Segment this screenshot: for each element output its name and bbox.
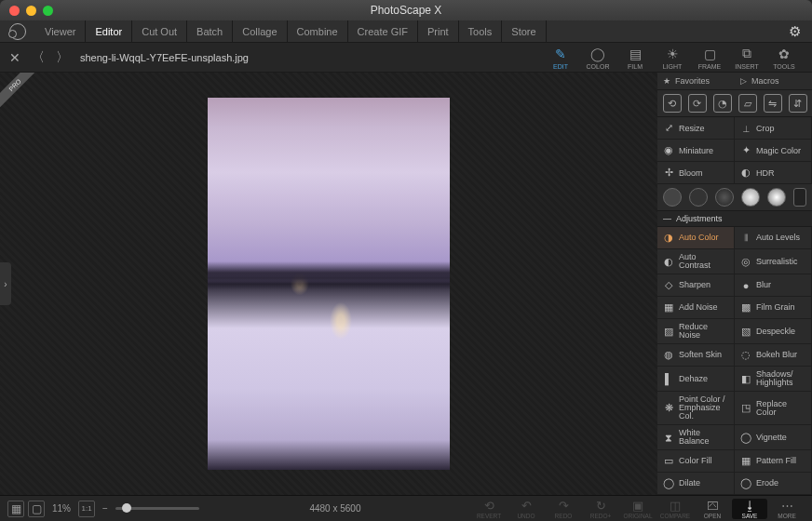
adj-label: Film Grain [756, 303, 795, 312]
replace-color-icon: ◳ [740, 403, 751, 414]
rotate-left-icon[interactable]: ⟲ [663, 94, 682, 113]
zoom-slider[interactable] [115, 507, 199, 510]
point-color-emphasize-col--icon: ❋ [663, 403, 674, 414]
tooltab-edit[interactable]: ✎EDIT [542, 44, 579, 72]
status-compare[interactable]: ◫COMPARE [657, 499, 693, 519]
tab-collage[interactable]: Collage [233, 20, 287, 43]
status-btn-label: ORIGINAL [623, 513, 652, 519]
adj-auto-contrast[interactable]: ◐Auto Contrast [657, 249, 735, 274]
swatch-3[interactable] [715, 188, 734, 207]
status-btn-label: MORE [778, 513, 796, 519]
swatch-5[interactable] [767, 188, 786, 207]
prev-file-icon[interactable]: 〈 [32, 49, 45, 66]
expand-sidebar-handle[interactable]: › [0, 262, 11, 305]
tool-miniature[interactable]: ◉Miniature [657, 140, 735, 162]
adj-replace-color[interactable]: ◳Replace Color [735, 392, 812, 425]
adj-vignette[interactable]: ◯Vignette [735, 425, 812, 450]
film-icon: ▤ [627, 46, 643, 62]
adj-surrealistic[interactable]: ◎Surrealistic [735, 249, 812, 274]
tab-store[interactable]: Store [502, 20, 546, 43]
adj-color-fill[interactable]: ▭Color Fill [657, 450, 735, 473]
adj-pattern-fill[interactable]: ▦Pattern Fill [735, 450, 812, 473]
tooltab-insert[interactable]: ⧉INSERT [728, 44, 765, 72]
status-redo+[interactable]: ↻REDO+ [583, 499, 618, 519]
adj-dilate[interactable]: ◯Dilate [657, 473, 735, 495]
status-open[interactable]: ⮹OPEN [695, 499, 730, 519]
adj-label: Surrealistic [756, 258, 798, 266]
adj-despeckle[interactable]: ▧Despeckle [735, 319, 812, 344]
tool-hdr[interactable]: ◐HDR [735, 162, 812, 184]
magic-color-icon: ✦ [740, 145, 751, 156]
canvas-area[interactable]: › [0, 73, 657, 495]
status-save[interactable]: ⭳SAVE [732, 499, 767, 519]
adj-shadows-highlights[interactable]: ◧Shadows/ Highlights [735, 367, 812, 392]
rotate-right-icon[interactable]: ⟳ [688, 94, 707, 113]
adj-label: Bokeh Blur [756, 351, 797, 359]
app-title: PhotoScape X [0, 4, 812, 17]
status-more[interactable]: ⋯MORE [769, 499, 805, 519]
adj-white-balance[interactable]: ⧗White Balance [657, 425, 735, 450]
flip-vertical-icon[interactable]: ⇵ [789, 94, 807, 113]
auto-contrast-icon: ◐ [663, 256, 674, 267]
adj-sharpen[interactable]: ◇Sharpen [657, 274, 735, 297]
tab-editor[interactable]: Editor [86, 20, 132, 43]
swatch-1[interactable] [663, 188, 682, 207]
actual-size-button[interactable]: 1:1 [78, 501, 95, 517]
tooltab-color-label: COLOR [587, 63, 610, 70]
adj-dehaze[interactable]: ▌Dehaze [657, 367, 735, 392]
status-redo[interactable]: ↷REDO [546, 499, 581, 519]
status-undo[interactable]: ↶UNDO [508, 499, 544, 519]
shadows-highlights-icon: ◧ [740, 373, 751, 384]
adj-reduce-noise[interactable]: ▨Reduce Noise [657, 319, 735, 344]
zoom-out-icon[interactable]: − [102, 503, 108, 514]
adj-add-noise[interactable]: ▦Add Noise [657, 297, 735, 319]
swatch-4[interactable] [741, 188, 760, 207]
tool-magic-color[interactable]: ✦Magic Color [735, 140, 812, 162]
grid-icon[interactable]: ▦ [7, 501, 24, 517]
adj-auto-color[interactable]: ◑Auto Color [657, 227, 735, 249]
adjustments-header[interactable]: —Adjustments [657, 211, 812, 227]
tooltab-light[interactable]: ☀LIGHT [654, 44, 691, 72]
open-icon: ⮹ [707, 499, 719, 512]
tab-print[interactable]: Print [418, 20, 459, 43]
adj-auto-levels[interactable]: ⫴Auto Levels [735, 227, 812, 249]
image-preview[interactable] [208, 98, 450, 470]
settings-gear-icon[interactable]: ⚙ [789, 23, 801, 40]
status-original[interactable]: ▣ORIGINAL [620, 499, 656, 519]
tooltab-tools[interactable]: ✿TOOLS [765, 44, 803, 72]
tool-bloom[interactable]: ✢Bloom [657, 162, 735, 184]
fit-icon[interactable]: ▢ [28, 501, 45, 517]
swatch-6[interactable] [793, 188, 806, 207]
macros-button[interactable]: ▷Macros [735, 73, 812, 89]
adj-erode[interactable]: ◯Erode [735, 473, 812, 495]
adj-film-grain[interactable]: ▩Film Grain [735, 297, 812, 319]
tool-crop[interactable]: ⟂Crop [735, 117, 812, 140]
tab-batch[interactable]: Batch [187, 20, 233, 43]
status-btn-label: REDO+ [590, 513, 612, 519]
tooltab-film[interactable]: ▤FILM [616, 44, 654, 72]
adj-bokeh-blur[interactable]: ◌Bokeh Blur [735, 344, 812, 367]
tab-combine[interactable]: Combine [288, 20, 348, 43]
tab-cutout[interactable]: Cut Out [132, 20, 187, 43]
flip-horizontal-icon[interactable]: ⇋ [764, 94, 782, 113]
close-file-icon[interactable]: ✕ [9, 50, 20, 65]
tooltab-color[interactable]: ◯COLOR [579, 44, 616, 72]
adj-soften-skin[interactable]: ◍Soften Skin [657, 344, 735, 367]
favorites-button[interactable]: ★Favorites [657, 73, 735, 89]
adj-point-color-emphasize-col-[interactable]: ❋Point Color / Emphasize Col. [657, 392, 735, 425]
tab-viewer[interactable]: Viewer [35, 20, 86, 43]
next-file-icon[interactable]: 〉 [56, 49, 69, 66]
window-titlebar: PhotoScape X [0, 0, 812, 20]
rotate-free-icon[interactable]: ◔ [713, 94, 732, 113]
tooltab-frame[interactable]: ▢FRAME [691, 44, 728, 72]
status-revert[interactable]: ⟲REVERT [471, 499, 507, 519]
tab-creategif[interactable]: Create GIF [348, 20, 418, 43]
straighten-icon[interactable]: ▱ [738, 94, 757, 113]
file-bar: ✕ 〈 〉 sheng-li-WqqL-Y7EeFE-unsplash.jpg … [0, 43, 812, 73]
status-bar: ▦ ▢ 11% 1:1 − 4480 x 5600 ⟲REVERT↶UNDO↷R… [0, 495, 812, 521]
tool-resize[interactable]: ⤢Resize [657, 117, 735, 140]
tab-tools[interactable]: Tools [459, 20, 503, 43]
adj-label: White Balance [679, 429, 728, 446]
adj-blur[interactable]: ●Blur [735, 274, 812, 297]
swatch-2[interactable] [689, 188, 708, 207]
